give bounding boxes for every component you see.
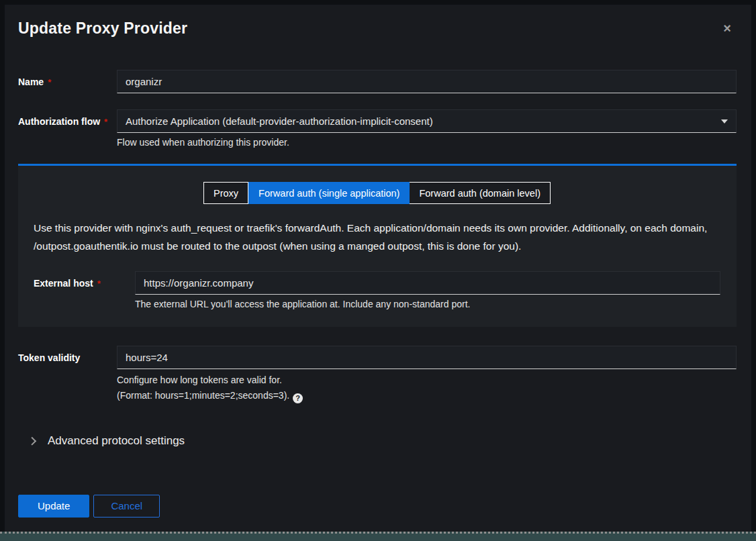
token-validity-help-line1: Configure how long tokens are valid for.	[117, 375, 737, 385]
authorization-flow-row: Authorization flow* Authorize Applicatio…	[18, 109, 737, 148]
proxy-mode-card: Proxy Forward auth (single application) …	[18, 164, 737, 327]
external-host-row: External host* The external URL you'll a…	[34, 271, 720, 309]
external-host-input[interactable]	[135, 271, 720, 295]
update-proxy-provider-modal: Update Proxy Provider × Name* Authorizat…	[5, 5, 751, 532]
required-asterisk: *	[97, 279, 101, 289]
provider-form: Name* Authorization flow* Authorize Appl…	[18, 70, 737, 518]
authorization-flow-select[interactable]: Authorize Application (default-provider-…	[117, 109, 737, 133]
name-label: Name*	[18, 70, 117, 88]
close-icon[interactable]: ×	[723, 23, 731, 34]
chevron-down-icon	[721, 119, 728, 124]
name-row: Name*	[18, 70, 737, 93]
token-validity-help-line2: (Format: hours=1;minutes=2;seconds=3).?	[117, 390, 737, 403]
advanced-protocol-settings-toggle[interactable]: Advanced protocol settings	[30, 434, 737, 448]
external-host-label: External host*	[34, 271, 135, 289]
modal-header: Update Proxy Provider ×	[18, 19, 737, 38]
name-input[interactable]	[117, 70, 737, 93]
token-validity-help: Configure how long tokens are valid for.…	[117, 375, 737, 403]
name-label-text: Name	[18, 77, 44, 87]
page-background: Update Proxy Provider × Name* Authorizat…	[0, 0, 756, 541]
required-asterisk: *	[104, 117, 107, 127]
authorization-flow-help: Flow used when authorizing this provider…	[117, 137, 737, 148]
token-validity-row: Token validity Configure how long tokens…	[18, 346, 737, 403]
background-page-strip	[0, 532, 756, 541]
external-host-help: The external URL you'll access the appli…	[135, 299, 720, 309]
external-host-label-text: External host	[34, 278, 93, 289]
modal-footer: Update Cancel	[18, 495, 737, 518]
token-validity-label-text: Token validity	[18, 352, 80, 363]
tab-forward-auth-domain-level[interactable]: Forward auth (domain level)	[410, 182, 551, 204]
tab-forward-auth-single-application[interactable]: Forward auth (single application)	[248, 182, 410, 204]
cancel-button[interactable]: Cancel	[93, 495, 160, 518]
token-validity-input[interactable]	[117, 346, 737, 369]
authorization-flow-label: Authorization flow*	[18, 109, 117, 128]
authorization-flow-select-wrap: Authorize Application (default-provider-…	[117, 109, 737, 133]
advanced-protocol-settings-label: Advanced protocol settings	[48, 434, 185, 448]
token-validity-label: Token validity	[18, 346, 117, 363]
proxy-mode-tabs: Proxy Forward auth (single application) …	[34, 182, 720, 204]
authorization-flow-label-text: Authorization flow	[18, 116, 100, 127]
required-asterisk: *	[48, 77, 51, 87]
chevron-right-icon	[28, 437, 36, 446]
token-validity-format-text: (Format: hours=1;minutes=2;seconds=3).	[117, 390, 289, 401]
update-button[interactable]: Update	[18, 495, 89, 518]
mode-description: Use this provider with nginx's auth_requ…	[34, 219, 720, 255]
help-question-icon[interactable]: ?	[293, 393, 303, 403]
tab-proxy[interactable]: Proxy	[203, 182, 248, 204]
modal-title: Update Proxy Provider	[18, 19, 187, 38]
